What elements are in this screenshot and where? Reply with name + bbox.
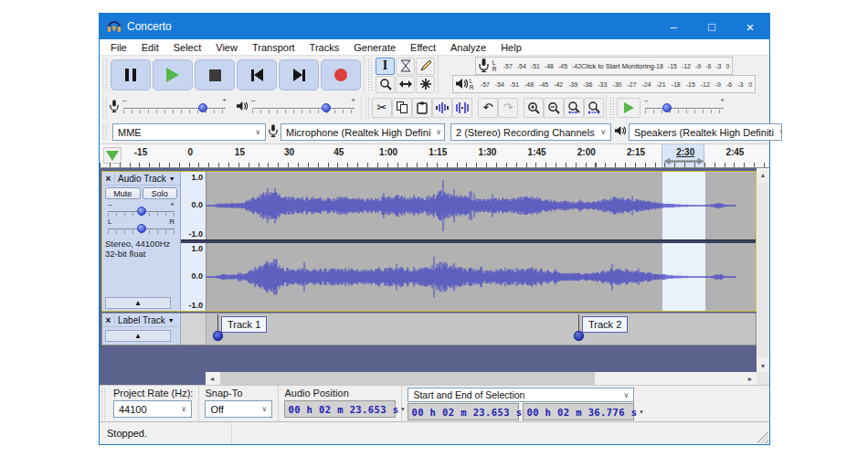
multi-tool-button[interactable] <box>416 76 435 93</box>
playback-device-dropdown[interactable]: Speakers (Realtek High Definiti ∨ <box>629 123 782 141</box>
play-speed-thumb[interactable] <box>662 103 672 112</box>
vertical-scroll-thumb[interactable] <box>757 183 768 357</box>
toolbar-grip[interactable] <box>367 58 373 91</box>
audio-host-dropdown[interactable]: MME ∨ <box>112 123 266 141</box>
scroll-up-icon[interactable]: ▲ <box>757 168 769 181</box>
zoom-to-selection-button[interactable] <box>564 98 584 118</box>
label-text[interactable]: Track 2 <box>582 316 628 333</box>
time-shift-tool-button[interactable] <box>396 76 415 93</box>
skip-to-start-button[interactable] <box>237 59 277 90</box>
stop-button[interactable] <box>195 59 235 90</box>
audio-position-field[interactable]: 00 h 02 m 23.653 s ▾ <box>284 400 396 418</box>
selection-mode-dropdown[interactable]: Start and End of Selection ∨ <box>408 388 634 402</box>
close-button[interactable]: × <box>731 14 769 39</box>
zoom-in-button[interactable] <box>524 98 544 118</box>
close-track-button[interactable]: × <box>102 174 115 184</box>
playback-volume-thumb[interactable] <box>322 103 331 112</box>
copy-button[interactable] <box>392 98 412 118</box>
play-button[interactable] <box>153 59 193 90</box>
fit-project-button[interactable] <box>584 98 604 118</box>
selection-start-field[interactable]: 00 h 02 m 23.653 s ▾ <box>408 403 519 420</box>
scroll-down-icon[interactable]: ▼ <box>757 359 769 372</box>
collapse-track-button[interactable]: ▲ <box>105 330 171 342</box>
scroll-right-icon[interactable]: ► <box>744 372 757 385</box>
scale-label: -1.0 <box>188 301 203 310</box>
redo-button[interactable]: ↷ <box>498 98 518 118</box>
toolbar-grip[interactable] <box>102 97 108 118</box>
paste-button[interactable] <box>412 98 432 118</box>
label-text[interactable]: Track 1 <box>221 316 267 333</box>
pause-icon <box>125 69 136 81</box>
solo-button[interactable]: Solo <box>143 187 178 199</box>
menu-file[interactable]: File <box>103 42 134 53</box>
undo-button[interactable]: ↶ <box>478 98 498 118</box>
playback-meter[interactable]: LR -57 -54 -51 -48 -45 -42 -39 -36 -33 -… <box>452 75 756 93</box>
skip-to-end-button[interactable] <box>279 59 319 90</box>
ruler-tick-label: 15 <box>235 147 245 157</box>
resize-grip[interactable] <box>757 432 768 443</box>
toolbar-grip[interactable] <box>609 97 615 118</box>
zoom-tool-button[interactable] <box>376 76 395 93</box>
cut-button[interactable]: ✂ <box>372 98 392 118</box>
mute-button[interactable]: Mute <box>105 187 141 199</box>
minimize-button[interactable]: – <box>654 14 693 39</box>
recording-channels-dropdown[interactable]: 2 (Stereo) Recording Channels ∨ <box>450 123 611 141</box>
label-track-name-menu[interactable]: Label Track ▼ <box>115 315 180 325</box>
gain-slider[interactable] <box>108 207 175 218</box>
recording-device-dropdown[interactable]: Microphone (Realtek High Defini ∨ <box>281 123 445 141</box>
playback-volume-icon <box>236 101 248 114</box>
menu-tracks[interactable]: Tracks <box>302 42 347 53</box>
gain-thumb[interactable] <box>137 207 146 216</box>
vertical-scale-ruler[interactable]: 1.0 0.0 -1.0 <box>181 243 206 311</box>
pan-slider[interactable] <box>108 224 175 235</box>
collapse-track-button[interactable]: ▲ <box>105 297 171 309</box>
audio-track-name-menu[interactable]: Audio Track ▼ <box>115 174 180 184</box>
playback-volume-slider[interactable]: –+ <box>252 101 355 114</box>
play-at-speed-button[interactable] <box>617 98 640 118</box>
timeline-options-button[interactable] <box>103 147 122 164</box>
recording-volume-thumb[interactable] <box>198 103 207 112</box>
recording-volume-slider[interactable]: –+ <box>123 101 226 114</box>
trim-audio-button[interactable] <box>432 98 452 118</box>
project-rate-dropdown[interactable]: 44100 ∨ <box>113 400 192 418</box>
horizontal-scroll-thumb[interactable] <box>220 372 595 385</box>
zoom-out-button[interactable] <box>544 98 564 118</box>
play-speed-slider[interactable]: –+ <box>645 101 724 114</box>
close-track-button[interactable]: × <box>102 315 115 325</box>
toolbar-grip[interactable] <box>101 388 106 420</box>
menu-effect[interactable]: Effect <box>403 42 443 53</box>
toolbar-grip[interactable] <box>102 58 108 91</box>
timeline-ruler[interactable]: -15 0 15 30 45 1:00 1:15 1:30 1:45 2:00 … <box>100 143 769 168</box>
vertical-scale-ruler[interactable]: 1.0 0.0 -1.0 <box>181 172 206 239</box>
horizontal-scrollbar[interactable]: ◄ ► <box>206 372 757 385</box>
record-meter-monitoring-text[interactable]: Click to Start Monitoring <box>581 62 654 70</box>
toolbar-grip[interactable] <box>365 97 370 118</box>
waveform-left-channel[interactable] <box>206 172 756 239</box>
mixer-toolbar: –+ –+ <box>100 94 362 121</box>
menu-transport[interactable]: Transport <box>245 42 302 53</box>
menu-edit[interactable]: Edit <box>134 42 166 53</box>
pan-thumb[interactable] <box>137 224 146 233</box>
label-area[interactable]: Track 1 Track 2 <box>206 314 756 345</box>
vertical-scrollbar[interactable]: ▲ ▼ <box>757 168 769 372</box>
scroll-left-icon[interactable]: ◄ <box>206 372 218 385</box>
maximize-button[interactable]: □ <box>693 14 731 39</box>
selection-end-field[interactable]: 00 h 02 m 36.776 s ▾ <box>523 403 634 420</box>
pause-button[interactable] <box>111 59 151 90</box>
silence-audio-button[interactable] <box>452 98 472 118</box>
draw-tool-button[interactable] <box>416 58 435 75</box>
menu-generate[interactable]: Generate <box>346 42 403 53</box>
recording-meter[interactable]: LR -57 -54 -51 -48 -45 -42 Click to Star… <box>475 57 734 75</box>
record-meter-right-label: R <box>492 66 501 72</box>
field-caret-icon[interactable]: ▾ <box>639 408 643 416</box>
record-button[interactable] <box>321 59 361 90</box>
toolbar-grip[interactable] <box>102 123 108 141</box>
envelope-tool-button[interactable] <box>396 58 415 75</box>
menu-select[interactable]: Select <box>166 42 209 53</box>
waveform-right-channel[interactable] <box>206 243 756 311</box>
selection-tool-button[interactable]: I <box>376 58 395 75</box>
menu-help[interactable]: Help <box>493 42 529 53</box>
menu-view[interactable]: View <box>208 42 245 53</box>
menu-analyze[interactable]: Analyze <box>443 42 493 53</box>
snap-to-dropdown[interactable]: Off ∨ <box>205 400 272 418</box>
